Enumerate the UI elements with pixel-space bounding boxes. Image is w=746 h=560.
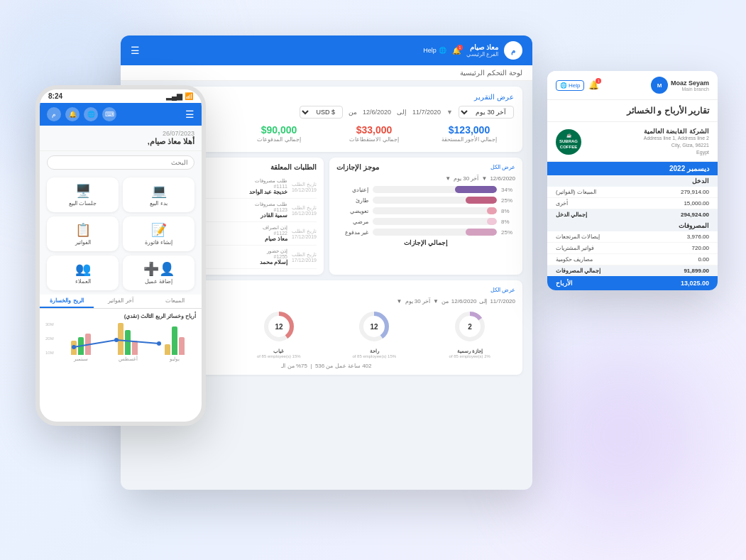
- leave-item-sick: 8% مرضي: [336, 218, 515, 225]
- bar-aug-1: [132, 341, 138, 355]
- create-invoice-icon: 📝: [127, 222, 190, 238]
- main-help-btn[interactable]: 🌐 Help: [423, 47, 446, 54]
- company-info: الشركة القابضة العالمية Address line 1, …: [587, 128, 709, 155]
- grid-item-create-invoice[interactable]: 📝 إنشاء فاتورة: [123, 216, 194, 251]
- svg-text:2: 2: [468, 323, 472, 331]
- phone-chart: يوليو أغسطس: [60, 322, 196, 365]
- chart-label-september: سبتمبر: [74, 356, 88, 362]
- phone-grid-menu: 🖥️ جلسات البيع 💻 بدء البيع 📋 الفواتير 📝 …: [40, 173, 202, 295]
- metric-paid-value: $90,000: [234, 124, 324, 136]
- report-gov-value: 0.00: [698, 256, 709, 263]
- tab-sales[interactable]: المبيعات: [148, 295, 202, 308]
- wifi-icon: 📶: [185, 92, 193, 100]
- report-branch: Main branch: [671, 87, 709, 92]
- main-menu-icon[interactable]: ☰: [131, 45, 140, 56]
- company-section: الشركة القابضة العالمية Address line 1, …: [547, 122, 718, 162]
- report-bell-btn[interactable]: 🔔 1: [588, 80, 599, 90]
- phone-menu-icon[interactable]: ☰: [185, 109, 194, 120]
- income-section-header: الدخل: [547, 175, 718, 187]
- report-other-value: 15,000.00: [684, 200, 709, 207]
- grid-item-sales-sessions[interactable]: 🖥️ جلسات البيع: [47, 177, 119, 212]
- phone-status-bar: 8:24 ▂▄▆ 📶: [40, 89, 202, 103]
- main-topbar: ☰ م معاذ صيام الفرع الرئيسي 🔔 1 🌐 Help: [121, 35, 532, 65]
- grid-item-invoices[interactable]: 📋 الفواتير: [47, 216, 119, 251]
- report-sales-label: المبيعات (الفواتير): [556, 189, 596, 195]
- report-purchases-label: فواتير المشتريات: [556, 245, 594, 251]
- requests-view-btn[interactable]: الطلبات المعلقة: [270, 163, 317, 171]
- phone-avatar: م: [47, 107, 61, 121]
- chart-group-july: يوليو: [153, 326, 196, 362]
- phone-y-labels: 30M 20M 10M: [45, 322, 54, 365]
- report-row-other: 15,000.00 أخرى: [547, 198, 718, 209]
- att-date-to: 11/7/2020: [490, 298, 515, 304]
- report-topbar-left: 🌐 Help 🔔 1: [556, 80, 599, 91]
- report-help-btn[interactable]: 🌐 Help: [556, 80, 584, 91]
- report-avatar: M: [651, 77, 668, 94]
- donut-holiday-svg: 2: [452, 309, 488, 344]
- bar-aug-3: [118, 323, 124, 355]
- leaves-card: عرض الكل موجز الإجازات 12/6/2020 ▼ آخر 3…: [329, 158, 522, 275]
- report-sales-value: 279,914.00: [681, 189, 709, 195]
- sales-sessions-label: جلسات البيع: [51, 200, 114, 207]
- leave-bar-compensatory: [487, 207, 497, 214]
- donut-absent: 12 غياب 15% of 85 employee(s): [234, 309, 325, 358]
- grid-item-start-sale[interactable]: 💻 بدء البيع: [123, 177, 194, 212]
- attendance-view-btn[interactable]: عرض الكل: [490, 287, 515, 293]
- donut-rest-label: راحة: [329, 348, 420, 354]
- metric-gross-value: $123,000: [424, 124, 514, 136]
- report-total-expenses-label: إجمالي المصروفات: [556, 268, 600, 274]
- customers-icon: 👥: [51, 261, 114, 277]
- tab-invoices[interactable]: آخر الفواتير: [94, 295, 148, 308]
- invoices-label: الفواتير: [51, 239, 114, 246]
- main-bell-btn[interactable]: 🔔 1: [452, 47, 461, 55]
- salary-currency-select[interactable]: $ USD: [300, 106, 343, 119]
- phone-bell-icon[interactable]: 🔔: [65, 107, 79, 121]
- report-row-returns: 3,976.00 إيصالات المرتجعات: [547, 231, 718, 243]
- metric-paid-label: إجمالي المدفوعات: [234, 136, 324, 143]
- tab-profit-loss[interactable]: الربح والخسارة: [40, 295, 94, 308]
- phone-globe-icon[interactable]: 🌐: [84, 107, 98, 121]
- grid-item-customers[interactable]: 👥 العملاء: [47, 256, 119, 290]
- leave-item-regular: 34% إعتيادي: [336, 186, 515, 193]
- salary-date-from: 12/6/2020: [363, 109, 391, 116]
- bar-aug-2: [125, 330, 131, 355]
- phone-date: 26/07/2023: [47, 130, 194, 137]
- report-profit-value: 13,025.00: [681, 280, 709, 287]
- phone-keyboard-icon[interactable]: ⌨: [102, 107, 116, 121]
- report-gov-label: مصاريف حكومية: [556, 256, 593, 263]
- metric-paid: $90,000 إجمالي المدفوعات: [234, 124, 324, 146]
- leave-bar-emergency: [466, 197, 497, 204]
- leave-bar-unpaid: [466, 229, 497, 236]
- leave-bar-regular: [455, 186, 498, 193]
- add-customer-icon: 👤➕: [127, 261, 190, 277]
- leave-bar-sick: [487, 218, 497, 225]
- metric-gross-label: إجمالي الأجور المستحقة: [424, 136, 514, 143]
- leaves-card-header: عرض الكل موجز الإجازات: [336, 163, 515, 171]
- customers-label: العملاء: [51, 278, 114, 285]
- report-card: 🌐 Help 🔔 1 Moaz Seyam Main branch M تقار…: [547, 71, 718, 290]
- donut-rest-svg: 12: [356, 309, 392, 344]
- bar-july-1: [179, 337, 185, 355]
- grid-item-add-customer[interactable]: 👤➕ إضافة عميل: [123, 256, 194, 290]
- phone-search-input[interactable]: [47, 155, 194, 170]
- chart-label-july: يوليو: [170, 356, 180, 362]
- report-total-income-value: 294,924.00: [681, 212, 709, 218]
- phone-mockup: 8:24 ▂▄▆ 📶 م 🔔 🌐 ⌨ ☰ 26/07/2023 أهلا معا…: [35, 85, 206, 426]
- leaves-view-btn[interactable]: عرض الكل: [490, 164, 515, 170]
- report-returns-value: 3,976.00: [687, 234, 709, 240]
- salary-report-btn[interactable]: عرض التقرير: [474, 93, 514, 101]
- phone-tabs: المبيعات آخر الفواتير الربح والخسارة: [40, 295, 202, 309]
- report-profit-row: 13,025.00 الأرباح: [547, 276, 718, 290]
- leaves-date-row: 12/6/2020 ▼ آخر 30 يوم ▼: [336, 175, 515, 182]
- phone-time: 8:24: [48, 92, 62, 100]
- leaves-bars: 34% إعتيادي 25% طارئ 8%: [336, 186, 515, 236]
- donut-holiday: 2 إجازة رسمية 2% of 85 employee(s): [424, 309, 516, 358]
- donut-absent-svg: 12: [261, 309, 297, 344]
- leave-item-emergency: 25% طارئ: [336, 197, 515, 204]
- leave-item-unpaid: 25% غير مدفوع: [336, 229, 515, 236]
- salary-period-select[interactable]: آخر 30 يوم: [459, 106, 514, 119]
- svg-text:12: 12: [371, 323, 379, 331]
- phone-search-container: [40, 151, 202, 173]
- metric-deductions-value: $33,000: [329, 124, 419, 136]
- phone-chart-area: أرباح وخسائر الربع الثالث (نقدي) 30M 20M…: [40, 309, 202, 369]
